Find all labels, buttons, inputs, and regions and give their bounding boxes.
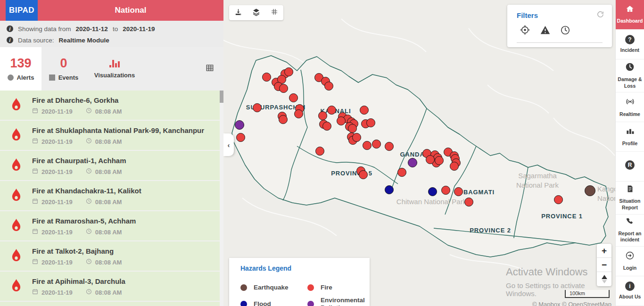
sidebar-item-damage-loss[interactable]: Damage & Loss	[616, 59, 644, 92]
fire-marker[interactable]	[450, 162, 459, 171]
fire-marker[interactable]	[454, 187, 463, 196]
map-attribution[interactable]: © Mapbox © OpenStreetMap	[532, 301, 611, 306]
tab-alerts[interactable]: 139 Alerts	[0, 47, 41, 91]
adjust-button[interactable]	[270, 7, 279, 18]
fire-marker[interactable]	[363, 141, 372, 150]
fire-marker[interactable]	[337, 116, 346, 125]
alert-date: 2020-11-19	[41, 198, 73, 206]
fire-marker[interactable]	[318, 111, 327, 120]
pollution-marker[interactable]	[408, 158, 417, 167]
fire-marker[interactable]	[294, 109, 303, 118]
date-from[interactable]: 2020-11-12	[76, 25, 108, 33]
location-filter-button[interactable]	[520, 25, 530, 37]
date-range-prefix: Showing data from	[18, 25, 71, 33]
alert-time: 08:08 AM	[95, 198, 122, 206]
fire-marker[interactable]	[262, 73, 271, 82]
flood-marker[interactable]	[385, 185, 394, 194]
bar-chart-icon	[626, 127, 635, 138]
sidebar-item-dashboard[interactable]: Dashboard	[616, 0, 644, 30]
pollution-marker[interactable]	[235, 120, 244, 130]
alert-list-item[interactable]: Fire at Shuklaphanta National Park-99, K…	[0, 121, 220, 150]
alerts-label: Alerts	[17, 74, 34, 81]
fire-marker[interactable]	[284, 67, 293, 76]
bipad-logo[interactable]: BIPAD	[6, 0, 38, 21]
fire-marker[interactable]	[236, 133, 245, 142]
info-bar: i Showing data from 2020-11-12 to 2020-1…	[0, 21, 223, 47]
refresh-button[interactable]	[596, 10, 604, 20]
table-view-button[interactable]	[206, 64, 214, 74]
zoom-in-button[interactable]: +	[597, 244, 611, 258]
fire-marker[interactable]	[441, 186, 450, 195]
fire-marker[interactable]	[372, 140, 381, 149]
fire-marker[interactable]	[435, 156, 444, 165]
bar-chart-icon	[109, 59, 120, 67]
fire-marker[interactable]	[327, 106, 336, 115]
zoom-out-button[interactable]: −	[597, 258, 611, 272]
fire-marker[interactable]	[279, 84, 288, 93]
stats-row: 139 Alerts 0 Events Visualizations	[0, 47, 223, 91]
sidebar-item-situation-report[interactable]: Situation Report	[616, 182, 644, 214]
fire-marker[interactable]	[253, 103, 262, 112]
alert-list-item[interactable]: Fire at Ramaroshan-5, Achham 2020-11-19 …	[0, 211, 220, 240]
sidebar-item-profile[interactable]: Profile	[616, 122, 644, 152]
map-area[interactable]: ‹ Filters Hazards Legend EarthquakeFlood…	[223, 0, 615, 306]
sidebar-item-realtime[interactable]: Realtime	[616, 92, 644, 122]
sidebar-item-r-circle[interactable]: R	[616, 152, 644, 182]
alert-list-item[interactable]: Fire at Chaurpati-1, Achham 2020-11-19 0…	[0, 151, 220, 180]
earthquake-marker[interactable]	[585, 185, 595, 196]
date-joiner: to	[113, 25, 118, 33]
collapse-panel-button[interactable]: ‹	[223, 133, 234, 156]
sidebar-item-report-an-incident[interactable]: Report an incident	[616, 215, 644, 247]
fire-marker[interactable]	[315, 147, 324, 156]
tab-events[interactable]: 0 Events	[41, 47, 86, 91]
data-source-value: Realtime Module	[59, 37, 109, 44]
layers-button[interactable]	[251, 7, 261, 19]
calendar-icon	[32, 258, 38, 266]
fire-marker[interactable]	[352, 133, 361, 142]
compass-button[interactable]	[597, 272, 611, 286]
hazard-filter-button[interactable]	[540, 25, 551, 37]
filters-title: Filters	[517, 11, 538, 19]
fire-marker[interactable]	[426, 155, 435, 164]
fire-marker[interactable]	[324, 82, 333, 91]
alert-list-scrollbar[interactable]	[220, 91, 223, 306]
fire-marker[interactable]	[385, 142, 394, 151]
fire-marker[interactable]	[554, 195, 563, 204]
alerts-count: 139	[10, 57, 31, 70]
sidebar-item-about-us[interactable]: iAbout Us	[616, 276, 644, 306]
clock-icon	[86, 138, 92, 145]
fire-marker[interactable]	[348, 124, 357, 133]
flood-marker[interactable]	[428, 187, 437, 196]
fire-marker[interactable]	[279, 115, 288, 124]
sidebar-item-label: Situation Report	[617, 198, 643, 211]
fire-marker[interactable]	[366, 118, 375, 127]
sidebar-item-label: Profile	[622, 141, 638, 147]
alert-time: 08:08 AM	[95, 108, 122, 115]
grid-adjust-icon	[271, 8, 278, 17]
alert-list-item[interactable]: Fire at Apihimal-3, Darchula 2020-11-19 …	[0, 272, 220, 301]
date-to[interactable]: 2020-11-19	[123, 25, 155, 33]
alert-time: 08:08 AM	[95, 289, 122, 296]
fire-marker[interactable]	[359, 170, 368, 179]
map-scale-bar: 100km	[565, 290, 610, 298]
fire-marker[interactable]	[289, 93, 298, 102]
alert-list-item[interactable]: Fire at Talkot-2, Bajhang 2020-11-19 08:…	[0, 241, 220, 271]
info-icon: i	[7, 25, 13, 32]
fire-drop-icon	[11, 248, 22, 264]
scrollbar-thumb[interactable]	[220, 91, 223, 103]
fire-marker[interactable]	[397, 168, 406, 177]
alert-list-item-partial[interactable]	[0, 302, 220, 306]
fire-marker[interactable]	[322, 122, 331, 131]
calendar-icon	[32, 138, 38, 145]
fire-marker[interactable]	[360, 106, 369, 115]
filters-panel: Filters	[507, 5, 612, 47]
tab-visualizations[interactable]: Visualizations	[86, 47, 143, 91]
time-filter-button[interactable]	[560, 25, 570, 37]
alert-list-item[interactable]: Fire at Dharche-6, Gorkha 2020-11-19 08:…	[0, 91, 220, 120]
alert-list-item[interactable]: Fire at Khandachakra-11, Kalikot 2020-11…	[0, 181, 220, 210]
sidebar-item-login[interactable]: Login	[616, 247, 644, 276]
sidebar-item-incident[interactable]: ?Incident	[616, 30, 644, 59]
download-button[interactable]	[233, 7, 243, 19]
fire-marker[interactable]	[464, 198, 473, 207]
alert-list[interactable]: Fire at Dharche-6, Gorkha 2020-11-19 08:…	[0, 91, 220, 306]
